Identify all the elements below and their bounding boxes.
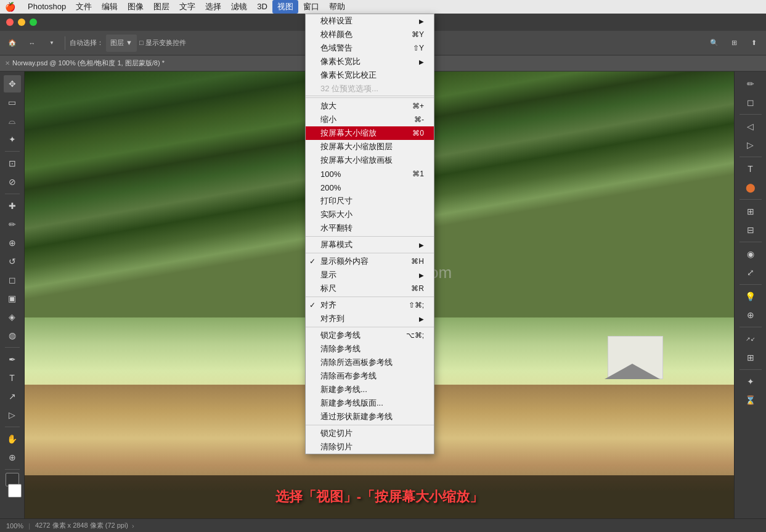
menu-filter[interactable]: 滤镜 [226, 0, 252, 14]
auto-select-dropdown[interactable]: 图层 ▼ [106, 35, 137, 52]
eraser-tool[interactable]: ◻ [4, 271, 21, 289]
menu-proof-setup[interactable]: 校样设置 ▶ [306, 14, 434, 28]
right-text-tool[interactable]: T [742, 160, 759, 178]
right-grid-tool[interactable]: ⊞ [742, 203, 759, 220]
menu-lock-guides[interactable]: 锁定参考线 ⌥⌘; [306, 329, 434, 342]
menu-rulers[interactable]: 标尺 ⌘R [306, 282, 434, 295]
right-layers-tool[interactable]: ⊕ [742, 306, 759, 324]
menu-3d[interactable]: 3D [252, 0, 272, 14]
eyedropper-tool[interactable]: ⊘ [4, 173, 21, 190]
menu-gamut-warning[interactable]: 色域警告 ⇧Y [306, 41, 434, 55]
home-button[interactable]: 🏠 [4, 35, 21, 52]
status-arrow[interactable]: › [132, 522, 134, 530]
menu-window[interactable]: 窗口 [298, 0, 324, 14]
menu-select[interactable]: 选择 [200, 0, 226, 14]
search-button[interactable]: 🔍 [706, 35, 723, 52]
background-color[interactable] [8, 484, 22, 497]
menu-clear-guides[interactable]: 清除参考线 [306, 342, 434, 356]
menu-show[interactable]: 显示 ▶ [306, 268, 434, 282]
healing-tool[interactable]: ✚ [4, 197, 21, 215]
path-tool[interactable]: ↗ [4, 388, 21, 405]
menu-zoom-out[interactable]: 缩小 ⌘- [306, 113, 434, 126]
menu-pixel-aspect[interactable]: 像素长宽比 ▶ [306, 55, 434, 68]
tab-label[interactable]: Norway.psd @ 100% (色相/饱和度 1, 图层蒙版/8) * [12, 59, 165, 68]
move-tool-button[interactable]: ↔ [23, 35, 41, 52]
right-eraser-tool[interactable]: ◻ [742, 94, 759, 111]
close-button[interactable] [6, 18, 14, 26]
menu-layer[interactable]: 图层 [149, 0, 174, 14]
zoom-tool[interactable]: ⊕ [4, 449, 21, 466]
move-tool[interactable]: ✥ [4, 75, 21, 92]
crop-tool[interactable]: ⊡ [4, 155, 21, 172]
menu-show-label: 显示 [320, 269, 336, 280]
menu-image[interactable]: 图像 [123, 0, 149, 14]
right-grid-tool-2[interactable]: ⊞ [742, 349, 759, 366]
menu-fit-screen[interactable]: 按屏幕大小缩放 ⌘0 [306, 126, 434, 140]
menu-snap[interactable]: ✓ 对齐 ⇧⌘; [306, 298, 434, 312]
share-button[interactable]: ⬆ [745, 35, 762, 52]
right-shape-tool[interactable]: ◉ [742, 245, 759, 263]
minimize-button[interactable] [18, 18, 25, 26]
right-tool-3[interactable]: ◁ [742, 118, 759, 135]
right-resize-tool[interactable]: ⤢ [742, 264, 759, 281]
menu-show-extras[interactable]: ✓ 显示额外内容 ⌘H [306, 255, 434, 268]
menu-help[interactable]: 帮助 [324, 0, 350, 14]
menu-print-size[interactable]: 打印尺寸 [306, 194, 434, 208]
menu-guide-from-shape[interactable]: 通过形状新建参考线 [306, 410, 434, 424]
menu-clear-artboard-guides[interactable]: 清除所选画板参考线 [306, 356, 434, 369]
right-brush-tool[interactable]: ✏ [742, 75, 759, 92]
menu-new-guide-layout[interactable]: 新建参考线版面... [306, 396, 434, 410]
shape-tool[interactable]: ▷ [4, 406, 21, 424]
right-light-tool[interactable]: 💡 [742, 288, 759, 305]
hand-tool[interactable]: ✋ [4, 430, 21, 448]
menu-snap-to-label: 对齐到 [320, 313, 344, 324]
menu-200pct[interactable]: 200% [306, 181, 434, 194]
right-table-tool[interactable]: ⊟ [742, 221, 759, 239]
wand-tool[interactable]: ✦ [4, 131, 21, 148]
right-path-tool[interactable]: ↗↙ [742, 330, 759, 348]
text-tool[interactable]: T [4, 369, 21, 387]
right-separator-7 [740, 369, 762, 370]
menu-screen-mode[interactable]: 屏幕模式 ▶ [306, 238, 434, 252]
brush-tool[interactable]: ✏ [4, 216, 21, 233]
menu-flip-h[interactable]: 水平翻转 [306, 221, 434, 235]
history-brush-tool[interactable]: ↺ [4, 253, 21, 270]
right-extra-tool[interactable]: ✦ [742, 373, 759, 390]
menu-text[interactable]: 文字 [174, 0, 200, 14]
menu-edit[interactable]: 编辑 [97, 0, 123, 14]
lasso-tool[interactable]: ⌓ [4, 112, 21, 129]
menu-actual-size[interactable]: 实际大小 [306, 208, 434, 221]
gradient-tool[interactable]: ▣ [4, 290, 21, 307]
menu-new-guide[interactable]: 新建参考线... [306, 383, 434, 396]
clone-tool[interactable]: ⊕ [4, 234, 21, 252]
maximize-button[interactable] [30, 18, 37, 26]
right-color-tool[interactable]: ⬤ [742, 179, 759, 196]
select-rect-tool[interactable]: ▭ [4, 94, 21, 111]
menu-proof-colors[interactable]: 校样颜色 ⌘Y [306, 28, 434, 41]
status-bar: 100% | 4272 像素 x 2848 像素 (72 ppi) › [0, 518, 766, 532]
show-transform-checkbox[interactable]: □ 显示变换控件 [139, 35, 186, 52]
screen-mode-arrow: ▶ [419, 242, 424, 248]
menu-zoom-in[interactable]: 放大 ⌘+ [306, 99, 434, 113]
arrange-button[interactable]: ⊞ [725, 35, 743, 52]
right-play-tool[interactable]: ▷ [742, 136, 759, 153]
menu-fit-screen-layer[interactable]: 按屏幕大小缩放图层 [306, 140, 434, 153]
menu-fit-screen-artboard[interactable]: 按屏幕大小缩放画板 [306, 153, 434, 167]
menu-photoshop[interactable]: Photoshop [23, 0, 71, 14]
dodge-tool[interactable]: ◍ [4, 327, 21, 344]
menu-lock-slices[interactable]: 锁定切片 [306, 427, 434, 440]
menu-clear-slices[interactable]: 清除切片 [306, 440, 434, 454]
menu-clear-canvas-guides[interactable]: 清除画布参考线 [306, 369, 434, 383]
move-tool-dropdown[interactable]: ▼ [43, 35, 60, 52]
menu-view[interactable]: 视图 [272, 0, 298, 14]
tab-close-button[interactable]: ✕ [5, 60, 10, 67]
blur-tool[interactable]: ◈ [4, 308, 21, 325]
right-wand-tool[interactable]: ⌛ [742, 391, 759, 409]
apple-menu[interactable]: 🍎 [5, 2, 15, 12]
menu-pixel-aspect-correct[interactable]: 像素长宽比校正 [306, 68, 434, 82]
rulers-shortcut: ⌘R [411, 284, 424, 293]
menu-snap-to[interactable]: 对齐到 ▶ [306, 312, 434, 325]
pen-tool[interactable]: ✒ [4, 351, 21, 368]
menu-file[interactable]: 文件 [71, 0, 97, 14]
menu-100pct[interactable]: 100% ⌘1 [306, 167, 434, 181]
